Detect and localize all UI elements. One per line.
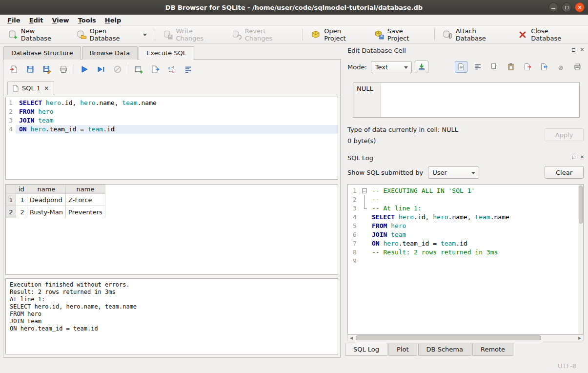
scroll-right-icon[interactable]: ▶	[576, 335, 583, 341]
menu-edit[interactable]: Edit	[25, 16, 48, 25]
attach-database-button[interactable]: Attach Database	[438, 25, 513, 44]
scroll-left-icon[interactable]: ◀	[348, 335, 355, 341]
set-null-button[interactable]	[554, 61, 567, 73]
cell-id-1[interactable]: 1	[16, 194, 27, 206]
row-header-2[interactable]: 2	[6, 206, 16, 218]
close-dock-icon[interactable]: ✕	[579, 154, 585, 160]
clear-log-button[interactable]: Clear	[545, 166, 584, 179]
export-cell-button[interactable]	[521, 61, 534, 73]
tab-browse-data[interactable]: Browse Data	[82, 46, 138, 60]
cell-team-name-1[interactable]: Z-Force	[66, 194, 105, 206]
sql-tabbar: SQL 1 ✕	[3, 81, 340, 95]
open-sql-file-button[interactable]	[7, 63, 20, 76]
float-dock-icon[interactable]	[570, 47, 576, 53]
paste-cell-button[interactable]	[505, 61, 517, 73]
results-pane: id name name 1 1 Deadpond Z-Force	[5, 184, 338, 275]
cell-team-name-2[interactable]: Preventers	[66, 206, 105, 218]
format-icon	[184, 65, 193, 74]
save-sql-file-as-button[interactable]	[41, 63, 53, 76]
scrollbar-thumb[interactable]	[579, 186, 583, 224]
maximize-button[interactable]	[562, 2, 571, 12]
execute-current-line-button[interactable]	[95, 63, 107, 76]
print-sql-button[interactable]	[57, 63, 70, 76]
menu-file[interactable]: File	[3, 16, 25, 25]
main-area: Database Structure Browse Data Execute S…	[0, 44, 588, 359]
stop-execution-button[interactable]	[111, 63, 124, 76]
sql-tab-1[interactable]: SQL 1 ✕	[7, 81, 54, 95]
table-row: 2 2 Rusty-Man Preventers	[6, 206, 105, 218]
sql-log-view[interactable]: 1-- EXECUTING ALL IN 'SQL 1'2--3-- At li…	[347, 184, 584, 334]
chevron-down-icon[interactable]	[143, 34, 147, 36]
toolbar-separator	[434, 29, 435, 41]
tab-db-schema[interactable]: DB Schema	[418, 343, 471, 356]
cell-hero-name-1[interactable]: Deadpond	[27, 194, 65, 206]
close-dock-icon[interactable]: ✕	[579, 47, 585, 53]
cell-value-editor[interactable]: NULL	[353, 83, 580, 118]
copy-cell-button[interactable]	[488, 61, 501, 73]
copy-icon	[490, 63, 498, 71]
sql-tab-label: SQL 1	[22, 84, 41, 92]
export-results-button[interactable]	[149, 63, 162, 76]
col-header-name-1[interactable]: name	[27, 185, 65, 194]
revert-changes-button[interactable]: Revert Changes	[227, 25, 300, 44]
write-changes-button[interactable]: Write Changes	[158, 25, 227, 44]
tab-plot[interactable]: Plot	[388, 343, 417, 356]
mode-select[interactable]: Text	[371, 61, 412, 73]
titlebar[interactable]: DB Browser for SQLite - /home/user/code/…	[0, 0, 588, 15]
revert-changes-icon	[232, 30, 242, 40]
execution-output: Execution finished without errors. Resul…	[6, 279, 338, 335]
new-database-button[interactable]: New Database	[3, 25, 72, 44]
execute-all-button[interactable]	[78, 63, 91, 76]
menu-view[interactable]: View	[48, 16, 74, 25]
close-button[interactable]: ✕	[575, 2, 585, 12]
cell-hero-name-2[interactable]: Rusty-Man	[27, 206, 65, 218]
minimize-button[interactable]	[548, 2, 558, 12]
import-data-button[interactable]	[415, 61, 428, 73]
cell-id-2[interactable]: 2	[16, 206, 27, 218]
output-pane: Execution finished without errors. Resul…	[5, 278, 338, 354]
format-sql-button[interactable]	[182, 63, 195, 76]
sql-editor[interactable]: 1SELECT hero.id, hero.name, team.name2FR…	[5, 97, 338, 180]
word-wrap-button[interactable]	[471, 61, 484, 73]
scrollbar-thumb[interactable]	[356, 335, 541, 340]
open-project-button[interactable]: Open Project	[306, 25, 369, 44]
close-database-button[interactable]: Close Database	[513, 25, 585, 44]
execute-all-icon	[80, 65, 89, 74]
document-icon	[13, 85, 19, 92]
maximize-icon	[565, 6, 568, 9]
close-tab-icon[interactable]: ✕	[44, 85, 49, 92]
toolbar-separator	[128, 64, 128, 74]
find-replace-button[interactable]: ab	[165, 63, 178, 76]
menu-help[interactable]: Help	[101, 16, 125, 25]
save-sql-file-icon	[26, 65, 35, 74]
cell-editor-icons	[455, 61, 584, 73]
save-sql-file-button[interactable]	[24, 63, 37, 76]
open-database-button[interactable]: Open Database	[72, 25, 152, 44]
tab-database-structure[interactable]: Database Structure	[3, 46, 81, 60]
toolbar-separator	[74, 64, 74, 74]
encoding-indicator[interactable]: UTF-8	[558, 362, 576, 370]
new-sql-tab-button[interactable]	[132, 63, 145, 76]
print-cell-button[interactable]	[571, 61, 584, 73]
save-project-button[interactable]: Save Project	[369, 25, 431, 44]
grid-corner[interactable]	[6, 185, 16, 194]
float-dock-icon[interactable]	[570, 154, 576, 160]
app-window: DB Browser for SQLite - /home/user/code/…	[0, 0, 588, 373]
row-header-1[interactable]: 1	[6, 194, 16, 206]
menu-tools[interactable]: Tools	[74, 16, 101, 25]
apply-button[interactable]: Apply	[545, 128, 584, 141]
sql-log-controls: Show SQL submitted by User Clear	[347, 166, 584, 179]
results-grid: id name name 1 1 Deadpond Z-Force	[6, 185, 105, 218]
text-view-button[interactable]	[455, 61, 467, 73]
tab-execute-sql[interactable]: Execute SQL	[139, 46, 194, 60]
tab-sql-log[interactable]: SQL Log	[345, 343, 387, 356]
sql-log-dock-buttons: ✕	[570, 154, 585, 160]
log-horizontal-scrollbar[interactable]: ◀ ▶	[347, 334, 584, 341]
col-header-name-2[interactable]: name	[66, 185, 105, 194]
log-filter-select[interactable]: User	[428, 166, 479, 179]
log-vertical-scrollbar[interactable]	[578, 185, 583, 334]
tab-remote[interactable]: Remote	[472, 343, 513, 356]
import-cell-button[interactable]	[538, 61, 550, 73]
sql-log-title: SQL Log	[347, 154, 373, 162]
col-header-id[interactable]: id	[16, 185, 27, 194]
